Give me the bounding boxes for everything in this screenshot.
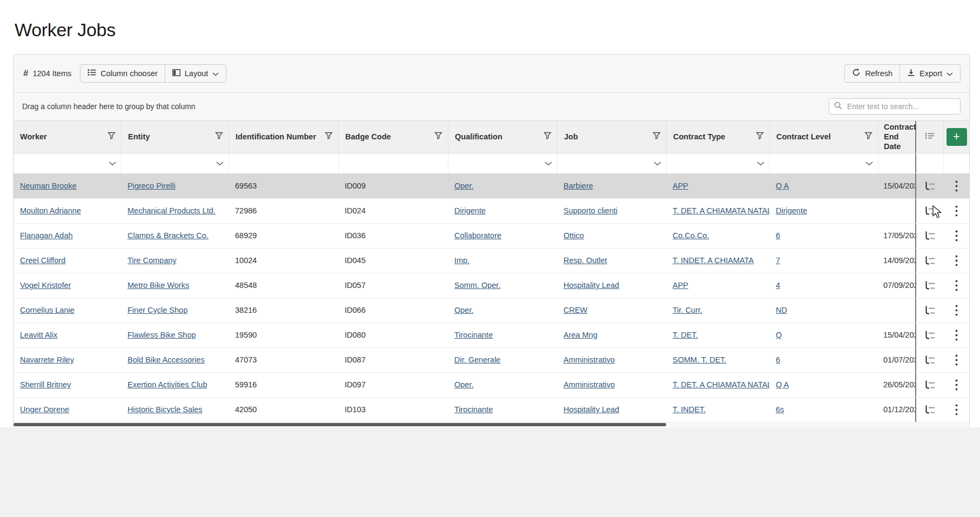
refresh-button[interactable]: Refresh bbox=[845, 65, 900, 82]
chevron-down-icon[interactable] bbox=[109, 158, 116, 168]
column-header-hierarchy[interactable] bbox=[916, 121, 943, 153]
filter-icon[interactable] bbox=[653, 132, 661, 142]
table-row[interactable]: Flanagan AdahClamps & Brackets Co.68929I… bbox=[14, 224, 969, 249]
cell-entity[interactable]: Exertion Activities Club bbox=[121, 373, 229, 397]
layout-button[interactable]: Layout bbox=[165, 65, 226, 82]
cell-worker[interactable]: Neuman Brooke bbox=[14, 174, 121, 198]
chevron-down-icon[interactable] bbox=[654, 158, 661, 168]
table-row[interactable]: Vogel KristoferMetro Bike Works48548ID05… bbox=[14, 273, 969, 298]
table-row[interactable]: Unger DoreneHistoric Bicycle Sales42050I… bbox=[14, 398, 969, 422]
cell-contract-level[interactable]: Q A bbox=[769, 174, 878, 198]
table-row[interactable]: Sherrill BritneyExertion Activities Club… bbox=[14, 373, 969, 398]
cell-contract-level[interactable]: 6s bbox=[769, 398, 878, 422]
row-menu-button[interactable] bbox=[943, 398, 969, 422]
cell-entity[interactable]: Finer Cycle Shop bbox=[121, 298, 229, 323]
cell-qualification[interactable]: Oper. bbox=[448, 298, 557, 323]
cell-worker[interactable]: Navarrete Riley bbox=[14, 348, 121, 372]
row-menu-button[interactable] bbox=[943, 373, 969, 397]
row-menu-button[interactable] bbox=[943, 298, 969, 323]
cell-entity[interactable]: Bold Bike Accessories bbox=[121, 348, 229, 372]
cell-job[interactable]: Barbiere bbox=[557, 174, 666, 198]
filter-cell-job[interactable] bbox=[557, 153, 666, 173]
column-header-identification-number[interactable]: Identification Number bbox=[229, 121, 338, 153]
filter-icon[interactable] bbox=[756, 132, 764, 142]
chevron-down-icon[interactable] bbox=[216, 158, 224, 168]
row-hierarchy-button[interactable] bbox=[916, 323, 943, 347]
cell-qualification[interactable]: Collaboratore bbox=[448, 224, 557, 248]
table-row[interactable]: Neuman BrookePigreco Pirelli69563ID009Op… bbox=[14, 174, 969, 199]
cell-contract-type[interactable]: T. DET. A CHIAMATA NATALE bbox=[666, 373, 769, 397]
filter-icon[interactable] bbox=[325, 132, 333, 142]
filter-icon[interactable] bbox=[434, 132, 442, 142]
cell-worker[interactable]: Moulton Adrianne bbox=[14, 199, 121, 223]
cell-contract-level[interactable]: 6 bbox=[769, 348, 878, 372]
cell-contract-type[interactable]: APP bbox=[666, 273, 769, 298]
cell-qualification[interactable]: Oper. bbox=[448, 373, 557, 397]
horizontal-scrollbar[interactable] bbox=[14, 422, 969, 427]
cell-entity[interactable]: Flawless Bike Shop bbox=[121, 323, 229, 347]
cell-contract-type[interactable]: T. DET. bbox=[666, 323, 769, 347]
filter-icon[interactable] bbox=[864, 132, 872, 142]
chevron-down-icon[interactable] bbox=[757, 158, 764, 168]
row-menu-button[interactable] bbox=[943, 273, 969, 298]
table-row[interactable]: Cornelius LanieFiner Cycle Shop38216ID06… bbox=[14, 298, 969, 323]
cell-contract-type[interactable]: Tir. Curr. bbox=[666, 298, 769, 323]
cell-entity[interactable]: Historic Bicycle Sales bbox=[121, 398, 229, 422]
row-hierarchy-button[interactable] bbox=[916, 398, 943, 422]
cell-contract-level[interactable]: Q A bbox=[769, 373, 878, 397]
cell-job[interactable]: Hospitality Lead bbox=[557, 273, 666, 298]
row-hierarchy-button[interactable] bbox=[916, 298, 943, 323]
cell-qualification[interactable]: Oper. bbox=[448, 174, 557, 198]
add-button[interactable]: + bbox=[947, 128, 967, 146]
row-hierarchy-button[interactable] bbox=[916, 224, 943, 248]
cell-job[interactable]: Supporto clienti bbox=[557, 199, 666, 223]
search-box[interactable] bbox=[829, 98, 961, 115]
row-hierarchy-button[interactable] bbox=[916, 174, 943, 198]
cell-qualification[interactable]: Tirocinante bbox=[448, 323, 557, 347]
row-hierarchy-button[interactable] bbox=[916, 249, 943, 273]
cell-contract-type[interactable]: APP bbox=[666, 174, 769, 198]
cell-worker[interactable]: Vogel Kristofer bbox=[14, 273, 121, 298]
cell-entity[interactable]: Mechanical Products Ltd. bbox=[121, 199, 229, 223]
table-row[interactable]: Navarrete RileyBold Bike Accessories4707… bbox=[14, 348, 969, 373]
row-menu-button[interactable] bbox=[943, 224, 969, 248]
cell-entity[interactable]: Tire Company bbox=[121, 249, 229, 273]
cell-worker[interactable]: Unger Dorene bbox=[14, 398, 121, 422]
cell-job[interactable]: Area Mng bbox=[557, 323, 666, 347]
filter-icon[interactable] bbox=[215, 132, 223, 142]
table-row[interactable]: Moulton AdrianneMechanical Products Ltd.… bbox=[14, 199, 969, 224]
cell-job[interactable]: CREW bbox=[557, 298, 666, 323]
column-header-job[interactable]: Job bbox=[557, 121, 666, 153]
row-menu-button[interactable] bbox=[943, 199, 969, 223]
search-input[interactable] bbox=[846, 102, 955, 111]
filter-cell-worker[interactable] bbox=[14, 153, 121, 173]
row-hierarchy-button[interactable] bbox=[916, 273, 943, 298]
column-header-badge-code[interactable]: Badge Code bbox=[338, 121, 448, 153]
scrollbar-thumb[interactable] bbox=[14, 423, 666, 426]
cell-job[interactable]: Resp. Outlet bbox=[557, 249, 666, 273]
cell-contract-type[interactable]: T. INDET. bbox=[666, 398, 769, 422]
cell-contract-type[interactable]: SOMM. T. DET. bbox=[666, 348, 769, 372]
cell-contract-level[interactable]: 7 bbox=[769, 249, 878, 273]
cell-qualification[interactable]: Dirigente bbox=[448, 199, 557, 223]
filter-cell-identification-number[interactable] bbox=[229, 153, 338, 173]
column-header-qualification[interactable]: Qualification bbox=[448, 121, 557, 153]
table-row[interactable]: Leavitt AlixFlawless Bike Shop19590ID080… bbox=[14, 323, 969, 348]
column-header-contract-end-date[interactable]: Contract End Date bbox=[878, 121, 916, 153]
row-menu-button[interactable] bbox=[943, 249, 969, 273]
export-button[interactable]: Export bbox=[900, 65, 960, 82]
row-menu-button[interactable] bbox=[943, 174, 969, 198]
cell-job[interactable]: Amministrativo bbox=[557, 373, 666, 397]
cell-contract-level[interactable]: ND bbox=[769, 298, 878, 323]
filter-cell-contract-type[interactable] bbox=[666, 153, 769, 173]
chevron-down-icon[interactable] bbox=[545, 158, 552, 168]
cell-worker[interactable]: Cornelius Lanie bbox=[14, 298, 121, 323]
filter-cell-badge-code[interactable] bbox=[338, 153, 448, 173]
cell-entity[interactable]: Metro Bike Works bbox=[121, 273, 229, 298]
cell-contract-type[interactable]: T. INDET. A CHIAMATA bbox=[666, 249, 769, 273]
cell-contract-type[interactable]: T. DET. A CHIAMATA NATALE bbox=[666, 199, 769, 223]
column-header-contract-type[interactable]: Contract Type bbox=[666, 121, 769, 153]
cell-worker[interactable]: Creel Clifford bbox=[14, 249, 121, 273]
cell-worker[interactable]: Sherrill Britney bbox=[14, 373, 121, 397]
column-chooser-button[interactable]: Column chooser bbox=[80, 65, 165, 82]
